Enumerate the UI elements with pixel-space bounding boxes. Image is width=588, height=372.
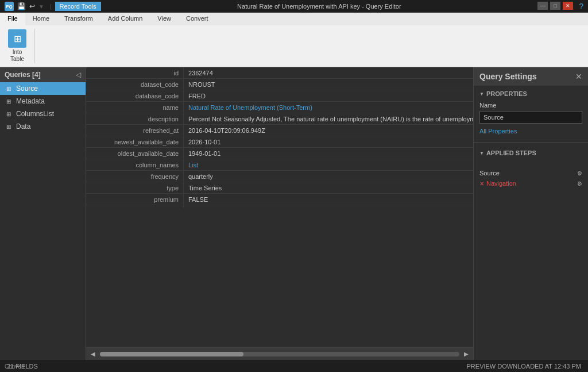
tab-convert[interactable]: Convert [179, 13, 216, 25]
row-value: FRED [184, 90, 473, 101]
panel-close-btn[interactable]: ✕ [575, 72, 582, 81]
row-key: description [86, 113, 184, 124]
row-value: 2362474 [184, 67, 473, 78]
help-icon[interactable]: ? [579, 2, 583, 11]
row-key: frequency [86, 171, 184, 182]
row-value: 2016-04-10T20:09:06.949Z [184, 125, 473, 136]
source-icon: ⊞ [5, 85, 13, 93]
into-table-button[interactable]: ⊞ IntoTable [5, 27, 30, 65]
columnslist-icon: ⊞ [5, 110, 13, 118]
table-row: database_codeFRED [86, 90, 473, 102]
row-value: 2026-10-01 [184, 136, 473, 147]
metadata-icon: ⊞ [5, 97, 13, 105]
save-icon[interactable]: 💾 [17, 2, 26, 10]
scroll-track[interactable] [100, 352, 459, 356]
row-key: type [86, 182, 184, 193]
table-row: newest_available_date2026-10-01 [86, 136, 473, 148]
tab-file[interactable]: File [0, 13, 25, 25]
table-row: refreshed_at2016-04-10T20:09:06.949Z [86, 125, 473, 136]
sidebar-item-data[interactable]: ⊞ Data [0, 120, 86, 133]
name-field-label: Name [479, 102, 582, 109]
all-properties-link[interactable]: All Properties [479, 128, 517, 135]
close-btn[interactable]: ✕ [563, 2, 573, 10]
step-navigation-x-icon[interactable]: ✕ [479, 181, 484, 187]
sidebar-item-columnslist[interactable]: ⊞ ColumnsList [0, 108, 86, 120]
sidebar-collapse-btn[interactable]: ◁ [76, 71, 81, 79]
right-panel-header: Query Settings ✕ [474, 67, 588, 86]
restore-btn[interactable]: □ [550, 2, 560, 10]
title-bar: PQ 💾 ↩ ▼ | Record Tools Natural Rate of … [0, 0, 588, 13]
right-panel: Query Settings ✕ ▼ PROPERTIES Name All P… [473, 67, 588, 360]
name-input[interactable] [479, 111, 582, 124]
applied-steps-arrow-icon: ▼ [479, 151, 484, 156]
row-value: Time Series [184, 182, 473, 193]
row-value: quarterly [184, 171, 473, 182]
scroll-left-arrow[interactable]: ◀ [88, 350, 98, 358]
applied-steps-title[interactable]: ▼ APPLIED STEPS [479, 149, 582, 156]
table-row: oldest_available_date1949-01-01 [86, 148, 473, 159]
step-source-label: Source [479, 170, 577, 177]
row-key: premium [86, 194, 184, 205]
sidebar-item-source[interactable]: ⊞ Source [0, 82, 86, 95]
table-row: dataset_codeNROUST [86, 79, 473, 90]
sidebar-columnslist-label: ColumnsList [16, 110, 54, 118]
convert-label: Convert [5, 363, 25, 370]
window-controls: — □ ✕ ? [537, 2, 583, 11]
sidebar-source-label: Source [16, 85, 38, 93]
sidebar-header: Queries [4] ◁ [0, 67, 86, 82]
undo-icon[interactable]: ↩ [29, 2, 35, 10]
sidebar-item-metadata[interactable]: ⊞ Metadata [0, 95, 86, 108]
applied-steps-label: APPLIED STEPS [486, 149, 536, 156]
app-icon: PQ [5, 2, 14, 11]
row-key: dataset_code [86, 79, 184, 90]
sidebar-metadata-label: Metadata [16, 97, 45, 105]
table-row: column_namesList [86, 159, 473, 171]
row-value: 1949-01-01 [184, 148, 473, 159]
into-table-icon: ⊞ [8, 29, 26, 48]
ribbon: File Home Transform Add Column View Conv… [0, 13, 588, 67]
properties-section-title[interactable]: ▼ PROPERTIES [479, 90, 582, 97]
step-source-gear-icon[interactable]: ⚙ [577, 170, 582, 177]
properties-section: ▼ PROPERTIES Name All Properties [474, 86, 588, 140]
table-row: frequencyquarterly [86, 171, 473, 182]
scroll-right-arrow[interactable]: ▶ [462, 350, 471, 358]
table-row: premiumFALSE [86, 194, 473, 205]
table-row: id2362474 [86, 67, 473, 79]
table-row: nameNatural Rate of Unemployment (Short-… [86, 102, 473, 113]
record-tools-tab[interactable]: Record Tools [55, 2, 101, 11]
row-key: refreshed_at [86, 125, 184, 136]
tab-add-column[interactable]: Add Column [100, 13, 150, 25]
tab-home[interactable]: Home [25, 13, 57, 25]
panel-title: Query Settings [479, 72, 537, 81]
horizontal-scrollbar[interactable]: ◀ ▶ [86, 347, 473, 360]
sidebar-data-label: Data [16, 122, 30, 131]
row-value[interactable]: List [184, 159, 473, 170]
row-key: name [86, 102, 184, 113]
step-navigation[interactable]: ✕ Navigation ⚙ [474, 178, 588, 189]
step-navigation-gear-icon[interactable]: ⚙ [577, 181, 582, 187]
sidebar-title: Queries [4] [5, 71, 41, 79]
row-value: FALSE [184, 194, 473, 205]
content-area: id2362474dataset_codeNROUSTdatabase_code… [86, 67, 473, 360]
row-key: column_names [86, 159, 184, 170]
tab-transform[interactable]: Transform [57, 13, 100, 25]
window-title: Natural Rate of Unemployment with API ke… [101, 3, 538, 10]
step-navigation-label: Navigation [486, 180, 577, 187]
data-icon: ⊞ [5, 122, 13, 131]
row-key: database_code [86, 90, 184, 101]
applied-steps-section: ▼ APPLIED STEPS [474, 145, 588, 166]
row-key: id [86, 67, 184, 78]
row-value[interactable]: Natural Rate of Unemployment (Short-Term… [184, 102, 473, 113]
status-preview: PREVIEW DOWNLOADED AT 12:43 PM [467, 363, 581, 370]
step-source[interactable]: Source ⚙ [474, 168, 588, 178]
empty-area [86, 208, 473, 348]
row-value: NROUST [184, 79, 473, 90]
row-value: Percent Not Seasonally Adjusted, The nat… [184, 113, 473, 124]
ribbon-tabs: File Home Transform Add Column View Conv… [0, 13, 588, 25]
minimize-btn[interactable]: — [537, 2, 548, 10]
tab-view[interactable]: View [150, 13, 179, 25]
data-table: id2362474dataset_codeNROUSTdatabase_code… [86, 67, 473, 208]
table-row: descriptionPercent Not Seasonally Adjust… [86, 113, 473, 125]
sidebar: Queries [4] ◁ ⊞ Source ⊞ Metadata ⊞ Colu… [0, 67, 86, 360]
row-key: oldest_available_date [86, 148, 184, 159]
